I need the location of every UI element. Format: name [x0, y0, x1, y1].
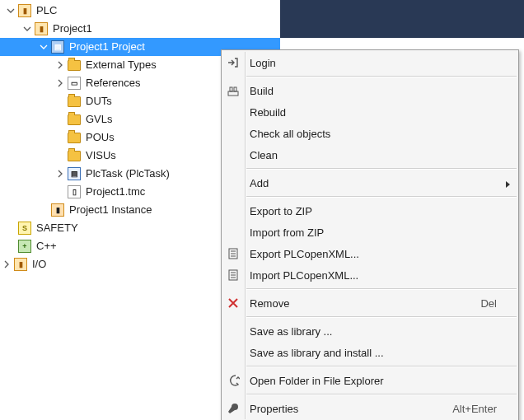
- io-icon: ▮: [14, 258, 27, 271]
- safety-icon: S: [18, 222, 31, 235]
- menu-separator: [246, 196, 517, 198]
- menu-label: Open Folder in File Explorer: [250, 375, 497, 387]
- menu-remove[interactable]: Remove Del: [222, 292, 518, 314]
- import-xml-icon: [225, 267, 241, 283]
- menu-label: Login: [250, 57, 497, 69]
- node-label: SAFETY: [35, 219, 80, 237]
- menu-label: Check all objects: [250, 128, 497, 140]
- menu-login[interactable]: Login: [222, 52, 518, 73]
- menu-separator: [246, 76, 517, 77]
- menu-label: Save as library and install ...: [250, 347, 497, 359]
- menu-shortcut: Alt+Enter: [442, 403, 497, 415]
- folder-icon: [68, 58, 81, 72]
- menu-label: Save as library ...: [250, 325, 497, 338]
- plc-icon: ▮: [18, 4, 31, 17]
- collapse-icon[interactable]: [21, 23, 33, 35]
- menu-separator: [246, 288, 517, 290]
- node-label: References: [84, 74, 142, 92]
- menu-import-zip[interactable]: Import from ZIP: [222, 222, 518, 243]
- node-label: Project1: [51, 20, 94, 38]
- expand-icon[interactable]: [1, 259, 12, 270]
- open-folder-icon: [225, 372, 241, 389]
- references-icon: ▭: [68, 77, 81, 90]
- node-label: DUTs: [84, 92, 114, 110]
- task-icon: ▤: [68, 167, 81, 180]
- export-xml-icon: [225, 245, 241, 262]
- menu-label: Export to ZIP: [250, 205, 497, 217]
- menu-build[interactable]: Build: [222, 80, 518, 101]
- node-label: Project1 Instance: [68, 201, 153, 219]
- node-label: VISUs: [84, 147, 118, 165]
- node-label: C++: [35, 237, 58, 255]
- menu-add[interactable]: Add: [222, 172, 518, 194]
- menu-separator: [246, 394, 517, 395]
- instance-icon: ▮: [51, 203, 64, 217]
- collapse-icon[interactable]: [38, 41, 49, 53]
- tree-node-project1[interactable]: ▮ Project1: [0, 20, 280, 38]
- tree-node-plc[interactable]: ▮ PLC: [0, 2, 280, 20]
- menu-label: Properties: [250, 403, 442, 415]
- expand-icon[interactable]: [54, 168, 66, 180]
- node-label: POUs: [84, 128, 116, 147]
- remove-icon: [225, 295, 241, 311]
- menu-import-plcopenxml[interactable]: Import PLCopenXML...: [222, 264, 518, 286]
- menu-label: Import PLCopenXML...: [250, 269, 497, 282]
- menu-properties[interactable]: Properties Alt+Enter: [222, 398, 518, 419]
- folder-icon: [68, 113, 81, 126]
- login-icon: [225, 54, 241, 71]
- menu-export-zip[interactable]: Export to ZIP: [222, 200, 518, 222]
- folder-icon: [68, 95, 81, 108]
- menu-label: Build: [250, 85, 497, 97]
- menu-label: Export PLCopenXML...: [250, 248, 497, 260]
- menu-label: Add: [250, 177, 497, 189]
- submenu-arrow-icon: [505, 179, 512, 191]
- menu-clean[interactable]: Clean: [222, 144, 518, 166]
- folder-icon: [68, 149, 81, 162]
- menu-separator: [246, 316, 517, 318]
- node-label: External Types: [84, 56, 158, 74]
- file-icon: ▯: [68, 185, 81, 198]
- menu-open-folder[interactable]: Open Folder in File Explorer: [222, 370, 518, 391]
- node-label: Project1.tmc: [84, 183, 147, 201]
- expand-icon[interactable]: [54, 59, 66, 71]
- menu-rebuild[interactable]: Rebuild: [222, 101, 518, 123]
- menu-separator: [246, 366, 517, 367]
- node-label: PlcTask (PlcTask): [84, 165, 171, 183]
- menu-save-as-library[interactable]: Save as library ...: [222, 320, 518, 342]
- build-icon: [225, 82, 241, 99]
- menu-check-all-objects[interactable]: Check all objects: [222, 123, 518, 144]
- node-label: Project1 Project: [68, 38, 147, 56]
- svg-rect-1: [230, 87, 232, 91]
- menu-shortcut: Del: [470, 297, 497, 310]
- menu-label: Import from ZIP: [250, 226, 497, 239]
- expand-icon[interactable]: [54, 77, 66, 89]
- svg-rect-2: [234, 87, 236, 91]
- properties-icon: [225, 400, 241, 417]
- cpp-icon: +: [18, 240, 31, 253]
- node-label: GVLs: [84, 110, 115, 128]
- node-label: I/O: [30, 255, 48, 273]
- svg-rect-0: [228, 91, 238, 96]
- node-label: PLC: [35, 2, 58, 20]
- folder-icon: [68, 131, 81, 144]
- project-icon: ▮: [35, 22, 48, 35]
- menu-label: Clean: [250, 149, 497, 161]
- menu-label: Rebuild: [250, 106, 497, 119]
- menu-separator: [246, 168, 517, 170]
- menu-label: Remove: [250, 297, 470, 310]
- collapse-icon[interactable]: [5, 5, 16, 16]
- menu-export-plcopenxml[interactable]: Export PLCopenXML...: [222, 243, 518, 264]
- context-menu: Login Build Rebuild Check all objects Cl…: [221, 49, 519, 420]
- menu-save-as-library-install[interactable]: Save as library and install ...: [222, 342, 518, 363]
- editor-pane: [280, 0, 524, 38]
- plc-project-icon: ▤: [51, 40, 64, 54]
